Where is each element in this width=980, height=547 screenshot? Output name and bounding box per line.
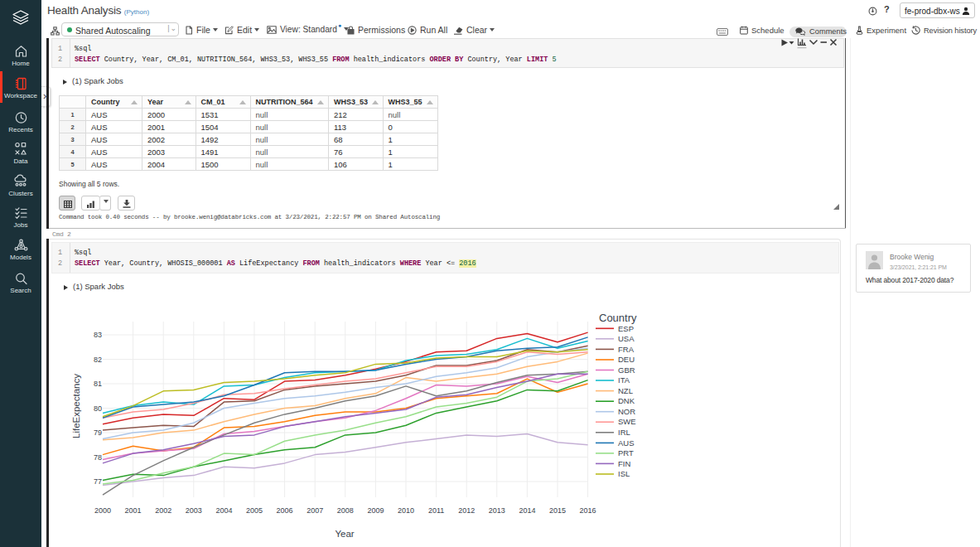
svg-text:NOR: NOR bbox=[618, 407, 635, 416]
svg-text:FIN: FIN bbox=[618, 459, 630, 468]
svg-text:80: 80 bbox=[94, 404, 102, 413]
svg-text:ISL: ISL bbox=[618, 469, 630, 478]
svg-text:Country: Country bbox=[599, 312, 637, 324]
svg-text:2010: 2010 bbox=[398, 506, 414, 515]
svg-text:2013: 2013 bbox=[489, 506, 505, 515]
svg-text:FRA: FRA bbox=[618, 345, 635, 354]
svg-text:ESP: ESP bbox=[618, 324, 634, 333]
svg-text:GBR: GBR bbox=[618, 365, 635, 375]
svg-text:2011: 2011 bbox=[428, 506, 444, 515]
svg-text:2008: 2008 bbox=[337, 506, 354, 515]
svg-text:PRT: PRT bbox=[618, 448, 634, 457]
svg-text:2009: 2009 bbox=[367, 506, 384, 515]
svg-text:2000: 2000 bbox=[94, 506, 111, 515]
svg-text:DNK: DNK bbox=[618, 396, 635, 405]
svg-text:NZL: NZL bbox=[618, 386, 633, 395]
svg-text:78: 78 bbox=[94, 453, 102, 462]
svg-text:2006: 2006 bbox=[277, 506, 293, 515]
svg-text:AUS: AUS bbox=[618, 438, 635, 448]
svg-text:83: 83 bbox=[94, 331, 102, 339]
svg-text:2004: 2004 bbox=[215, 506, 232, 515]
svg-text:2007: 2007 bbox=[307, 506, 323, 515]
svg-text:ITA: ITA bbox=[618, 375, 630, 385]
svg-text:SWE: SWE bbox=[618, 417, 636, 426]
svg-text:DEU: DEU bbox=[618, 355, 635, 364]
svg-text:2016: 2016 bbox=[580, 506, 596, 515]
svg-text:2012: 2012 bbox=[458, 506, 475, 515]
svg-text:USA: USA bbox=[618, 334, 635, 343]
svg-text:2015: 2015 bbox=[549, 506, 566, 515]
svg-text:2003: 2003 bbox=[186, 506, 202, 515]
svg-text:2002: 2002 bbox=[155, 506, 171, 515]
svg-text:2001: 2001 bbox=[125, 506, 142, 515]
svg-text:IRL: IRL bbox=[618, 428, 630, 437]
svg-text:81: 81 bbox=[94, 380, 102, 388]
svg-text:2005: 2005 bbox=[246, 506, 263, 515]
svg-text:2014: 2014 bbox=[519, 506, 535, 515]
svg-text:77: 77 bbox=[94, 477, 102, 486]
svg-text:LifeExpectancy: LifeExpectancy bbox=[71, 374, 81, 438]
svg-text:79: 79 bbox=[94, 428, 102, 437]
svg-text:82: 82 bbox=[94, 356, 102, 364]
svg-text:Year: Year bbox=[335, 529, 354, 539]
